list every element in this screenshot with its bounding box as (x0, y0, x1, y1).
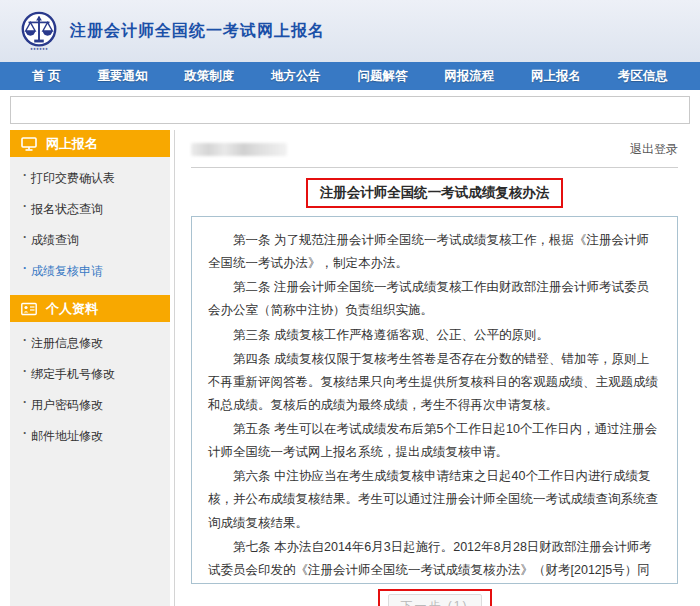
id-card-icon (21, 302, 37, 316)
doc-paragraph-2: 第二条 注册会计师全国统一考试成绩复核工作由财政部注册会计师考试委员会办公室（简… (208, 276, 661, 322)
content-row: 网上报名 打印交费确认表 报名状态查询 成绩查询 成绩复核申请 个人资料 注册信… (10, 130, 692, 606)
main-content: 退出登录 注册会计师全国统一考试成绩复核办法 第一条 为了规范注册会计师全国统一… (175, 130, 692, 606)
annotation-highlight-box: 下一步 (1) (378, 589, 492, 606)
sidebar-item-phone-number-edit[interactable]: 绑定手机号修改 (10, 359, 170, 390)
banner-box (10, 96, 690, 124)
top-divider (191, 167, 678, 168)
main-top-bar: 退出登录 (191, 140, 678, 158)
site-title: 注册会计师全国统一考试网上报名 (70, 21, 325, 42)
document-title: 注册会计师全国统一考试成绩复核办法 (306, 178, 564, 208)
sidebar-item-score-review-application[interactable]: 成绩复核申请 (10, 256, 170, 287)
site-header: ★★★★★★ 注册会计师全国统一考试网上报名 (0, 0, 700, 62)
sidebar: 网上报名 打印交费确认表 报名状态查询 成绩查询 成绩复核申请 个人资料 注册信… (10, 130, 170, 606)
nav-item-home[interactable]: 首 页 (32, 68, 60, 85)
nav-item-registration-process[interactable]: 网报流程 (444, 68, 494, 85)
doc-paragraph-1: 第一条 为了规范注册会计师全国统一考试成绩复核工作，根据《注册会计师全国统一考试… (208, 229, 661, 275)
cicpa-logo-icon: ★★★★★★ (18, 10, 60, 52)
nav-item-exam-area-info[interactable]: 考区信息 (618, 68, 668, 85)
sidebar-section-title: 网上报名 (46, 135, 98, 153)
sidebar-menu-personal: 注册信息修改 绑定手机号修改 用户密码修改 邮件地址修改 (10, 322, 170, 460)
monitor-icon (21, 137, 37, 151)
next-step-button[interactable]: 下一步 (1) (388, 594, 482, 606)
top-nav: 首 页 重要通知 政策制度 地方公告 问题解答 网报流程 网上报名 考区信息 (0, 62, 700, 90)
sidebar-item-registration-status-inquiry[interactable]: 报名状态查询 (10, 194, 170, 225)
sidebar-section-personal-info: 个人资料 (10, 295, 170, 322)
nav-item-policies[interactable]: 政策制度 (184, 68, 234, 85)
sidebar-item-print-payment-confirmation[interactable]: 打印交费确认表 (10, 163, 170, 194)
doc-paragraph-7: 第七条 本办法自2014年6月3日起施行。2012年8月28日财政部注册会计师考… (208, 536, 661, 584)
sidebar-item-password-edit[interactable]: 用户密码修改 (10, 390, 170, 421)
doc-paragraph-5: 第五条 考生可以在考试成绩发布后第5个工作日起10个工作日内，通过注册会计师全国… (208, 418, 661, 464)
nav-item-online-registration[interactable]: 网上报名 (531, 68, 581, 85)
svg-text:★★★★★★: ★★★★★★ (30, 47, 48, 51)
nav-item-local-announcements[interactable]: 地方公告 (271, 68, 321, 85)
sidebar-section-online-registration: 网上报名 (10, 130, 170, 157)
doc-paragraph-6: 第六条 中注协应当在考生成绩复核申请结束之日起40个工作日内进行成绩复核，并公布… (208, 465, 661, 534)
doc-paragraph-3: 第三条 成绩复核工作严格遵循客观、公正、公平的原则。 (208, 324, 661, 347)
sidebar-item-email-edit[interactable]: 邮件地址修改 (10, 421, 170, 452)
bottom-button-row: 下一步 (1) (191, 589, 678, 606)
document-title-row: 注册会计师全国统一考试成绩复核办法 (191, 178, 678, 208)
nav-item-faq[interactable]: 问题解答 (358, 68, 408, 85)
nav-item-important-notices[interactable]: 重要通知 (98, 68, 148, 85)
document-body: 第一条 为了规范注册会计师全国统一考试成绩复核工作，根据《注册会计师全国统一考试… (191, 216, 678, 584)
doc-paragraph-4: 第四条 成绩复核仅限于复核考生答卷是否存在分数的错登、错加等，原则上不再重新评阅… (208, 348, 661, 417)
sidebar-menu-registration: 打印交费确认表 报名状态查询 成绩查询 成绩复核申请 (10, 157, 170, 295)
user-name-redacted (191, 143, 287, 156)
sidebar-section-title: 个人资料 (46, 300, 98, 318)
logout-link[interactable]: 退出登录 (630, 141, 678, 158)
sidebar-item-registration-info-edit[interactable]: 注册信息修改 (10, 328, 170, 359)
sidebar-item-score-inquiry[interactable]: 成绩查询 (10, 225, 170, 256)
